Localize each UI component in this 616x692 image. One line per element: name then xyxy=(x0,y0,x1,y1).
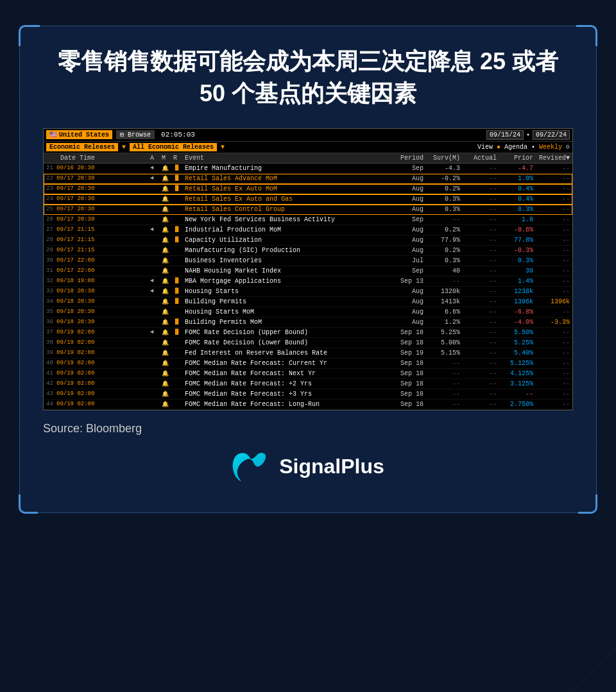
row-prior: 0.4% xyxy=(498,185,533,192)
row-m: 🔔 xyxy=(162,247,172,254)
row-surv: 5.15% xyxy=(425,350,460,357)
col-a: A xyxy=(150,155,160,162)
row-event: Fed Interest on Reserve Balances Rate xyxy=(185,350,384,357)
time-display: 02:05:03 xyxy=(161,131,195,139)
row-event: NAHB Housing Market Index xyxy=(185,267,384,274)
row-m: 🔔 xyxy=(162,319,172,326)
table-body: 21 09/16 20:30 ◄ 🔔 ▐▌ Empire Manufacturi… xyxy=(44,164,572,410)
row-actual: -- xyxy=(461,391,497,398)
row-revised: -- xyxy=(535,267,570,274)
table-row[interactable]: 22 09/17 20:30 ◄ 🔔 ▐▌ Retail Sales Advan… xyxy=(44,174,572,184)
row-m: 🔔 xyxy=(162,288,172,295)
table-row[interactable]: 24 09/17 20:30 🔔 Retail Sales Ex Auto an… xyxy=(44,194,572,205)
row-revised: -3.3% xyxy=(535,319,570,326)
row-event: Housing Starts xyxy=(185,288,384,295)
row-period: Sep 13 xyxy=(385,278,424,285)
table-row[interactable]: 33 09/18 20:30 ◄ 🔔 ▐▌ Housing Starts Aug… xyxy=(44,287,572,297)
table-row[interactable]: 21 09/16 20:30 ◄ 🔔 ▐▌ Empire Manufacturi… xyxy=(44,164,572,174)
row-event: FOMC Median Rate Forecast: +2 Yrs xyxy=(185,380,384,387)
table-row[interactable]: 35 09/18 20:30 🔔 Housing Starts MoM Aug … xyxy=(44,307,572,317)
row-bar: ▐▌ xyxy=(173,278,184,284)
date-to[interactable]: 09/22/24 xyxy=(533,130,570,140)
row-revised: -- xyxy=(535,288,570,295)
row-event: Industrial Production MoM xyxy=(185,226,384,233)
row-actual: -- xyxy=(461,278,497,285)
row-period: Aug xyxy=(385,298,424,305)
row-prior: 1238k xyxy=(498,288,533,295)
row-dt-num: 39 09/19 02:00 xyxy=(46,350,149,356)
table-row[interactable]: 25 09/17 20:30 🔔 Retail Sales Control Gr… xyxy=(44,205,572,215)
col-r: R xyxy=(173,155,184,162)
row-dt-num: 25 09/17 20:30 xyxy=(46,206,149,212)
table-row[interactable]: 38 09/19 02:00 🔔 FOMC Rate Decision (Low… xyxy=(44,338,572,348)
row-m: 🔔 xyxy=(162,165,172,172)
col-revised: Revised▼ xyxy=(535,155,570,162)
table-row[interactable]: 41 09/19 02:00 🔔 FOMC Median Rate Foreca… xyxy=(44,369,572,379)
row-revised: -- xyxy=(535,226,570,233)
table-row[interactable]: 28 09/17 21:15 🔔 ▐▌ Capacity Utilization… xyxy=(44,235,572,246)
row-revised: -- xyxy=(535,308,570,316)
col-event: Event xyxy=(185,155,384,162)
row-surv: 6.6% xyxy=(425,308,460,316)
outer-container: 零售销售数据可能会成为本周三决定降息 25 或者 50 个基点的关键因素 🇺🇸 … xyxy=(19,0,597,513)
row-prior: 0.3% xyxy=(498,257,533,264)
table-row[interactable]: 32 09/18 19:00 ◄ 🔔 ▐▌ MBA Mortgage Appli… xyxy=(44,276,572,287)
row-bar: ▐▌ xyxy=(173,226,184,233)
headline: 零售销售数据可能会成为本周三决定降息 25 或者 50 个基点的关键因素 xyxy=(43,46,573,110)
row-prior: 2.750% xyxy=(498,401,533,408)
table-row[interactable]: 23 09/17 20:30 🔔 ▐▌ Retail Sales Ex Auto… xyxy=(44,184,572,194)
row-m: 🔔 xyxy=(162,267,172,274)
row-prior: 1396k xyxy=(498,298,533,305)
row-m: 🔔 xyxy=(162,370,172,377)
row-revised: -- xyxy=(535,391,570,398)
row-revised: -- xyxy=(535,350,570,357)
row-m: 🔔 xyxy=(162,237,172,244)
row-bar: ▐▌ xyxy=(173,329,184,335)
row-dt-num: 24 09/17 20:30 xyxy=(46,196,149,202)
row-surv: 0.3% xyxy=(425,206,460,213)
row-event: Building Permits xyxy=(185,298,384,305)
table-row[interactable]: 37 09/19 02:00 ◄ 🔔 ▐▌ FOMC Rate Decision… xyxy=(44,328,572,338)
filter-select[interactable]: All Economic Releases xyxy=(130,143,217,151)
table-row[interactable]: 26 09/17 20:30 🔔 New York Fed Services B… xyxy=(44,215,572,225)
table-row[interactable]: 42 09/19 02:00 🔔 FOMC Median Rate Foreca… xyxy=(44,379,572,389)
row-m: 🔔 xyxy=(162,350,172,357)
row-dt-num: 41 09/19 02:00 xyxy=(46,370,149,376)
row-m: 🔔 xyxy=(162,308,172,316)
row-revised: -- xyxy=(535,380,570,387)
row-actual: -- xyxy=(461,288,497,295)
logo-text: SignalPlus xyxy=(279,455,384,478)
row-prior: 5.125% xyxy=(498,360,533,367)
date-from[interactable]: 09/15/24 xyxy=(486,130,524,140)
table-row[interactable]: 43 09/19 02:00 🔔 FOMC Median Rate Foreca… xyxy=(44,389,572,400)
row-bar: ▐▌ xyxy=(173,165,184,171)
row-revised: -- xyxy=(535,370,570,377)
row-event: Retail Sales Ex Auto and Gas xyxy=(185,196,384,203)
table-row[interactable]: 29 09/17 21:15 🔔 Manufacturing (SIC) Pro… xyxy=(44,246,572,256)
row-prior: 5.50% xyxy=(498,329,533,336)
table-row[interactable]: 27 09/17 21:15 ◄ 🔔 ▐▌ Industrial Product… xyxy=(44,225,572,235)
row-m: 🔔 xyxy=(162,175,172,182)
row-revised: -- xyxy=(535,206,570,213)
table-row[interactable]: 34 09/18 20:30 🔔 ▐▌ Building Permits Aug… xyxy=(44,297,572,307)
row-m: 🔔 xyxy=(162,329,172,336)
row-revised: -- xyxy=(535,165,570,172)
table-row[interactable]: 30 09/17 22:00 🔔 Business Inventories Ju… xyxy=(44,256,572,266)
row-m: 🔔 xyxy=(162,298,172,305)
table-row[interactable]: 31 09/17 22:00 🔔 NAHB Housing Market Ind… xyxy=(44,266,572,276)
table-row[interactable]: 39 09/19 02:00 🔔 Fed Interest on Reserve… xyxy=(44,348,572,359)
row-surv: -- xyxy=(425,278,460,285)
table-row[interactable]: 36 09/18 20:30 🔔 ▐▌ Building Permits MoM… xyxy=(44,317,572,328)
row-dt-num: 43 09/19 02:00 xyxy=(46,391,149,397)
table-row[interactable]: 40 09/19 02:00 🔔 FOMC Median Rate Foreca… xyxy=(44,359,572,369)
row-surv: 1.2% xyxy=(425,319,460,326)
signalplus-logo-icon xyxy=(232,451,270,483)
row-surv: -0.2% xyxy=(425,175,460,182)
col-datetime: Date Time xyxy=(46,155,149,162)
col-actual: Actual xyxy=(461,155,497,162)
table-row[interactable]: 44 09/19 02:00 🔔 FOMC Median Rate Foreca… xyxy=(44,400,572,410)
browse-button[interactable]: ⊞ Browse xyxy=(116,130,155,139)
row-m: 🔔 xyxy=(162,185,172,192)
row-period: Aug xyxy=(385,319,424,326)
row-surv: -- xyxy=(425,380,460,387)
